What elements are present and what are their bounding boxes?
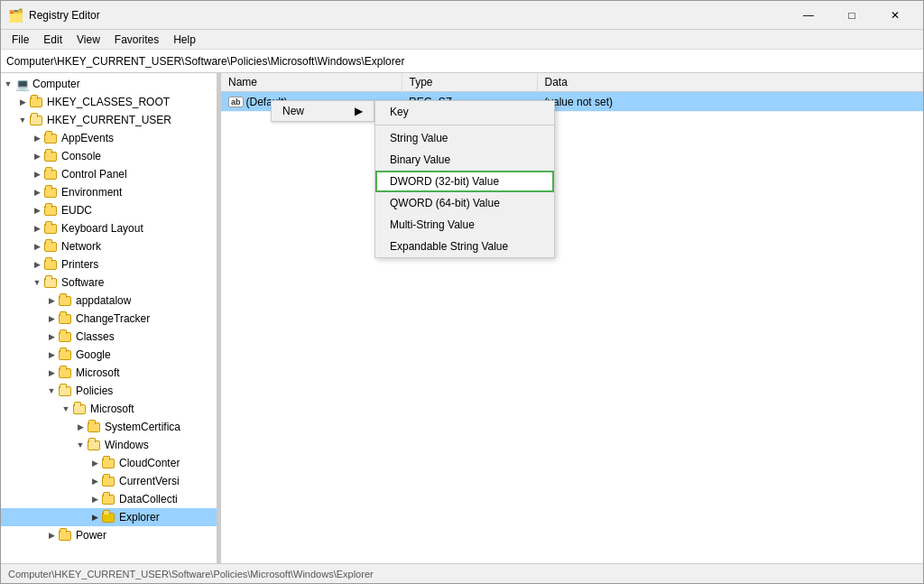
expander-computer[interactable]: ▼ [1,77,15,91]
tree-item-changetracker[interactable]: ▶ ChangeTracker [1,310,217,328]
maximize-button[interactable]: □ [831,1,873,30]
expander-currentversi[interactable]: ▶ [88,474,102,488]
expander-google[interactable]: ▶ [44,348,59,362]
submenu-item-multi-string-value[interactable]: Multi-String Value [375,214,554,236]
tree-label-currentversi: CurrentVersi [119,475,180,487]
col-name[interactable]: Name [221,73,402,92]
tree-item-eudc[interactable]: ▶ EUDC [1,201,217,219]
tree-label-appevents: AppEvents [61,132,114,144]
expander-console[interactable]: ▶ [30,149,44,163]
tree-item-printers[interactable]: ▶ Printers [1,255,217,273]
expander-datacollecti[interactable]: ▶ [88,492,102,506]
tree-item-control-panel[interactable]: ▶ Control Panel [1,165,217,183]
tree-item-keyboard-layout[interactable]: ▶ Keyboard Layout [1,219,217,237]
tree-item-microsoft-software[interactable]: ▶ Microsoft [1,364,217,382]
title-bar: 🗂️ Registry Editor — □ ✕ [1,1,923,30]
tree-item-software[interactable]: ▼ Software [1,273,217,292]
expander-cloudconter[interactable]: ▶ [88,456,102,470]
menu-help[interactable]: Help [166,32,203,48]
minimize-button[interactable]: — [788,1,829,30]
close-button[interactable]: ✕ [874,1,916,30]
tree-panel[interactable]: ▼ 💻 Computer ▶ HKEY_CLASSES_ROOT ▼ HKEY_… [1,73,217,563]
tree-label-explorer: Explorer [119,511,160,524]
submenu-item-expandable-string-value[interactable]: Expandable String Value [375,236,554,257]
expander-appevents[interactable]: ▶ [30,131,44,145]
folder-icon [30,96,44,108]
context-menu-layer: New ▶ Key String Value Binary Value DWOR… [221,73,923,563]
submenu-item-qword-value[interactable]: QWORD (64-bit) Value [375,192,554,214]
tree-item-computer[interactable]: ▼ 💻 Computer [1,75,217,93]
col-data[interactable]: Data [537,73,923,92]
expander-network[interactable]: ▶ [30,239,44,254]
expander-software[interactable]: ▼ [30,275,44,290]
expander-explorer[interactable]: ▶ [88,510,102,524]
expander-environment[interactable]: ▶ [30,185,44,199]
right-panel: Name Type Data ab (Default) REG_SZ [221,73,923,563]
expander-microsoft-software[interactable]: ▶ [44,366,59,380]
tree-item-windows[interactable]: ▼ Windows [1,436,217,454]
tree-item-policies[interactable]: ▼ Policies [1,382,217,400]
tree-label-environment: Environment [61,186,122,199]
tree-item-appevents[interactable]: ▶ AppEvents [1,129,217,147]
tree-item-environment[interactable]: ▶ Environment [1,183,217,201]
folder-open-icon [73,403,88,415]
expander-appdatalow[interactable]: ▶ [44,293,59,308]
address-bar: Computer\HKEY_CURRENT_USER\Software\Poli… [1,50,923,73]
expander-control-panel[interactable]: ▶ [30,167,44,181]
tree-item-console[interactable]: ▶ Console [1,147,217,165]
expander-classes-root[interactable]: ▶ [15,95,30,109]
expander-windows[interactable]: ▼ [73,438,88,452]
tree-item-currentversi[interactable]: ▶ CurrentVersi [1,472,217,490]
expander-microsoft-policies[interactable]: ▼ [59,402,73,416]
tree-label-windows: Windows [105,439,149,451]
new-menu-button[interactable]: New ▶ [271,100,374,122]
tree-label-classes: Classes [76,330,115,343]
tree-label-cloudconter: CloudConter [119,457,180,469]
tree-label-changetracker: ChangeTracker [76,312,150,325]
expander-eudc[interactable]: ▶ [30,203,44,218]
ab-badge: ab [228,97,244,107]
expander-power[interactable]: ▶ [44,528,59,542]
folder-icon [44,258,59,271]
tree-item-datacollecti[interactable]: ▶ DataCollecti [1,490,217,508]
tree-item-cloudconter[interactable]: ▶ CloudConter [1,454,217,472]
tree-item-microsoft-policies[interactable]: ▼ Microsoft [1,400,217,418]
folder-icon [44,186,59,199]
expander-classes[interactable]: ▶ [44,329,59,344]
submenu-item-dword-value[interactable]: DWORD (32-bit) Value [375,171,554,192]
menu-favorites[interactable]: Favorites [107,32,166,48]
tree-item-power[interactable]: ▶ Power [1,526,217,544]
expander-keyboard-layout[interactable]: ▶ [30,221,44,236]
tree-label-google: Google [76,348,111,361]
menu-edit[interactable]: Edit [36,32,69,48]
tree-item-explorer[interactable]: ▶ Explorer [1,508,217,526]
folder-icon [44,132,59,144]
tree-item-classes-root[interactable]: ▶ HKEY_CLASSES_ROOT [1,93,217,111]
menu-view[interactable]: View [69,32,107,48]
folder-icon [59,366,73,379]
title-bar-left: 🗂️ Registry Editor [8,8,100,23]
tree-item-network[interactable]: ▶ Network [1,237,217,255]
folder-icon [44,222,59,235]
folder-icon [102,511,116,524]
tree-item-google[interactable]: ▶ Google [1,346,217,364]
tree-label-keyboard-layout: Keyboard Layout [61,222,143,235]
tree-item-systemcertifica[interactable]: ▶ SystemCertifica [1,418,217,436]
tree-label-power: Power [76,529,106,542]
status-bar: Computer\HKEY_CURRENT_USER\Software\Poli… [1,563,923,583]
submenu-item-key[interactable]: Key [375,101,554,123]
tree-item-appdatalow[interactable]: ▶ appdatalow [1,292,217,310]
menu-file[interactable]: File [5,32,36,48]
expander-printers[interactable]: ▶ [30,257,44,272]
col-type[interactable]: Type [402,73,537,92]
folder-icon [59,294,73,307]
tree-item-current-user[interactable]: ▼ HKEY_CURRENT_USER [1,111,217,129]
tree-item-classes[interactable]: ▶ Classes [1,328,217,346]
expander-changetracker[interactable]: ▶ [44,311,59,326]
expander-policies[interactable]: ▼ [44,384,59,398]
submenu-item-binary-value[interactable]: Binary Value [375,149,554,171]
expander-systemcertifica[interactable]: ▶ [73,420,88,434]
submenu-item-string-value[interactable]: String Value [375,127,554,149]
expander-current-user[interactable]: ▼ [15,113,30,127]
status-text: Computer\HKEY_CURRENT_USER\Software\Poli… [8,569,374,579]
